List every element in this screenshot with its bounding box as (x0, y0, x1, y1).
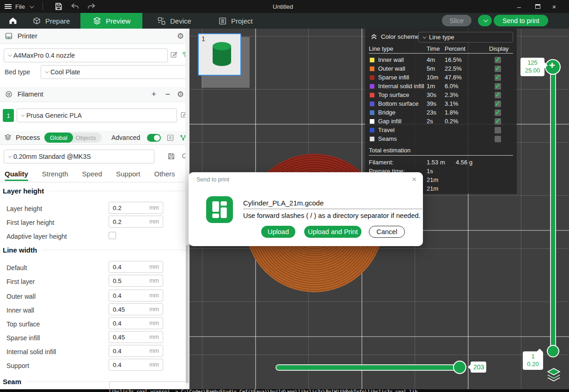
slice-button[interactable]: Slice (442, 15, 471, 26)
cancel-button[interactable]: Cancel (369, 226, 405, 238)
send-to-print-button[interactable]: Send to print (494, 15, 548, 26)
scope-global[interactable]: Global (44, 133, 73, 143)
send-to-print-dialog: Send to print × Cylinder_PLA_21m.gcode U… (189, 172, 423, 246)
upload-and-print-button[interactable]: Upload and Print (304, 226, 361, 238)
legend-divider (369, 53, 513, 54)
file-menu[interactable]: File (5, 0, 25, 13)
save-icon (167, 152, 175, 160)
tab-strength[interactable]: Strength (42, 170, 68, 178)
preview-layers-icon (92, 16, 102, 25)
plus-icon: + (549, 60, 555, 72)
save-button[interactable] (52, 0, 65, 13)
line-width-outer-wall-input[interactable]: 0.4mm (109, 289, 163, 302)
layer-bottom-tooltip: 1 0.20 (523, 351, 543, 370)
legend-row: Top surface30s2.3%✓ (365, 90, 517, 99)
redo-icon (87, 3, 96, 10)
layer-slider-bottom-handle[interactable] (547, 345, 559, 357)
printer-section-title: Printer (18, 32, 37, 40)
line-width-support-input[interactable]: 0.4mm (109, 359, 163, 371)
close-button[interactable]: × (547, 0, 561, 13)
upload-button[interactable]: Upload (261, 226, 295, 238)
tab-preview[interactable]: Preview (80, 13, 142, 29)
display-checkbox[interactable] (495, 127, 501, 133)
scrollbar-thumb[interactable] (186, 245, 189, 383)
legend-row: Inner wall4m16.5%✓ (365, 55, 517, 64)
printer-settings-icon[interactable]: ⚙ (177, 31, 184, 41)
seam-param-input[interactable] (109, 381, 190, 389)
display-checkbox[interactable]: ✓ (495, 83, 501, 90)
layer-top-tooltip: 125 25.00 (520, 58, 545, 76)
undo-button[interactable] (68, 0, 81, 13)
maximize-button[interactable] (531, 0, 545, 13)
remove-filament-button[interactable]: − (165, 90, 170, 99)
layer-slider-top-handle[interactable]: + (545, 59, 561, 75)
color-swatch (370, 128, 374, 133)
tab-device[interactable]: Device (157, 13, 191, 29)
sidebar: Printer ⚙ A4MaxPro 0.4 nozzle Bed type C… (0, 29, 190, 389)
process-tabs: Quality Strength Speed Support Others (5, 170, 175, 178)
move-slider-track[interactable] (276, 365, 462, 370)
parameter-list-button[interactable] (166, 134, 174, 142)
filament-settings-icon[interactable]: ⚙ (177, 90, 184, 99)
scope-objects[interactable]: Objects (73, 134, 102, 141)
home-button[interactable] (4, 13, 22, 29)
tab-speed[interactable]: Speed (82, 170, 102, 178)
filament-preset-select[interactable]: Prusa Generic PLA (17, 109, 177, 122)
color-swatch (370, 102, 374, 106)
edit-icon (170, 51, 178, 59)
send-dropdown-button[interactable] (478, 15, 492, 26)
line-width-first-layer-input[interactable]: 0.5mm (109, 275, 163, 287)
layer-height-input[interactable]: 0.2mm (109, 202, 163, 214)
display-checkbox[interactable]: ✓ (495, 101, 501, 107)
display-checkbox[interactable]: ✓ (495, 109, 501, 116)
line-width-sparse-infill-input[interactable]: 0.45mm (109, 331, 163, 343)
filament-icon (5, 90, 13, 98)
tab-support[interactable]: Support (116, 170, 141, 178)
save-preset-button[interactable] (167, 152, 175, 160)
printer-preset-select[interactable]: A4MaxPro 0.4 nozzle (4, 48, 168, 62)
chevron-down-icon (422, 35, 426, 38)
gcode-filename-input[interactable]: Cylinder_PLA_21m.gcode (243, 196, 422, 209)
view-mode-value: Line type (429, 34, 454, 41)
process-scope-toggle[interactable]: Global Objects (44, 133, 102, 143)
tab-others[interactable]: Others (154, 170, 175, 178)
legend-row: Internal solid infill1m6.0%✓ (365, 82, 517, 90)
layer-slider-track[interactable] (551, 67, 555, 351)
status-bar: libslic3r_cgal.vcxproj -> C:\Codes\Bambu… (0, 389, 569, 392)
edit-printer-button[interactable] (170, 51, 178, 59)
adaptive-layer-height-label: Adaptive layer height (6, 233, 67, 240)
layers-mode-icon[interactable] (546, 368, 561, 382)
move-slider-handle[interactable] (453, 361, 466, 374)
dialog-close-button[interactable]: × (412, 175, 416, 184)
plate-thumbnail[interactable]: 1 (198, 33, 241, 76)
line-width-internal-solid-input[interactable]: 0.4mm (109, 345, 163, 357)
tab-quality[interactable]: Quality (5, 170, 28, 178)
display-checkbox[interactable]: ✓ (495, 57, 501, 63)
param-label: Support (6, 362, 29, 369)
file-menu-dropdown[interactable] (30, 0, 33, 13)
display-checkbox[interactable]: ✓ (495, 118, 501, 125)
display-checkbox[interactable]: ✓ (495, 74, 501, 81)
bed-type-select[interactable]: Cool Plate (41, 65, 189, 79)
process-preset-select[interactable]: 0.20mm Standard @MK3S (4, 150, 154, 163)
list-icon (166, 134, 174, 142)
display-checkbox[interactable]: ✓ (495, 92, 501, 98)
redo-button[interactable] (85, 0, 98, 13)
adaptive-layer-height-checkbox[interactable] (109, 232, 116, 239)
line-width-inner-wall-input[interactable]: 0.45mm (109, 303, 163, 315)
bed-type-label: Bed type (5, 68, 30, 76)
collapse-panel-icon[interactable] (371, 34, 377, 40)
tab-project[interactable]: Project (218, 13, 253, 29)
advanced-toggle[interactable] (147, 134, 161, 142)
tab-prepare[interactable]: Prepare (32, 13, 70, 29)
add-filament-button[interactable]: + (151, 90, 156, 99)
layer-top-height: 25.00 (523, 67, 542, 75)
minimize-button[interactable]: – (512, 0, 526, 13)
display-checkbox[interactable] (495, 136, 501, 142)
display-checkbox[interactable]: ✓ (495, 66, 501, 72)
line-width-top-surface-input[interactable]: 0.4mm (109, 317, 163, 329)
filament-slot-badge[interactable]: 1 (3, 109, 14, 122)
first-layer-height-input[interactable]: 0.2mm (109, 216, 163, 228)
view-mode-select[interactable]: Line type (418, 32, 513, 42)
line-width-default-input[interactable]: 0.4mm (109, 261, 163, 273)
